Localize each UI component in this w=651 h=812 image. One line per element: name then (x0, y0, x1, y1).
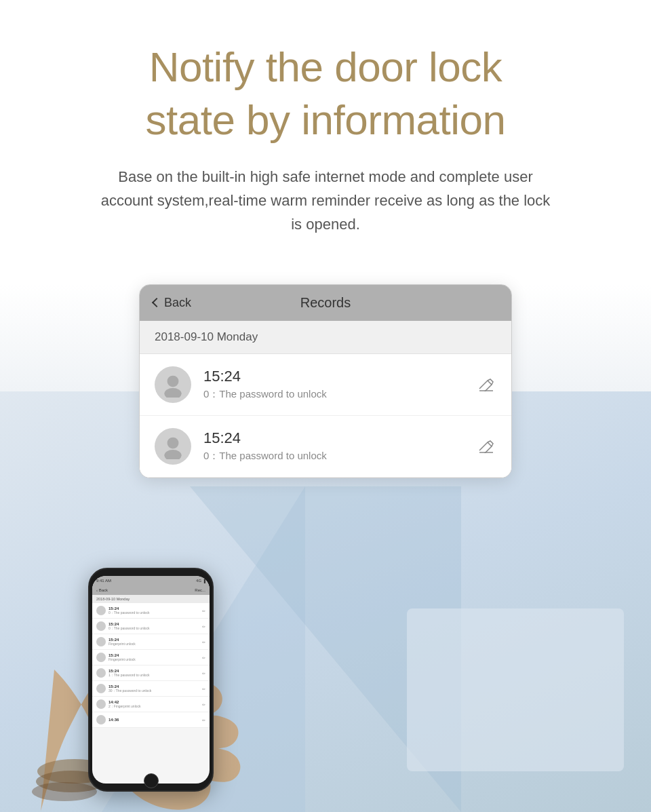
phone-avatar-1 (96, 606, 106, 615)
svg-point-0 (167, 375, 179, 387)
phone-record-info-8: 14:36 (108, 718, 202, 722)
edit-icon-2[interactable] (477, 437, 496, 456)
phone-record-info-2: 15:24 0：The password to unlock (108, 622, 202, 630)
avatar-icon-2 (160, 433, 186, 459)
edit-icon-1[interactable] (477, 375, 496, 394)
title-line-2: state by information (145, 96, 505, 143)
phone-back: ‹ Back (96, 588, 108, 592)
phone-avatar-6 (96, 684, 106, 693)
app-card: Back Records 2018-09-10 Monday 15:24 0：T… (139, 284, 512, 478)
phone-edit-6: ✏ (202, 687, 205, 691)
phone-record-desc-2: 0：The password to unlock (108, 626, 202, 630)
phone-edit-4: ✏ (202, 655, 205, 660)
phone-avatar-2 (96, 621, 106, 631)
phone-record-desc-7: 2：Fingerprint unlock (108, 704, 202, 708)
record-item-1: 15:24 0：The password to unlock (140, 354, 511, 416)
phone-record-5: 15:24 1：The password to unlock ✏ (92, 665, 210, 681)
svg-point-4 (164, 449, 181, 459)
phone-record-info-7: 14:42 2：Fingerprint unlock (108, 700, 202, 708)
svg-point-3 (167, 437, 179, 448)
phone-record-desc-1: 0：The password to unlock (108, 611, 202, 615)
record-info-2: 15:24 0：The password to unlock (203, 429, 477, 463)
phone-record-info-3: 15:24 Fingerprint unlock (108, 638, 202, 646)
phone-record-desc-4: Fingerprint unlock (108, 657, 202, 661)
phone-edit-5: ✏ (202, 671, 205, 676)
phone-record-8: 14:36 ✏ (92, 712, 210, 728)
phone-status-icons: 4G ▐ (196, 579, 205, 583)
phone-nav-title: Rec... (195, 588, 205, 592)
phone-edit-1: ✏ (202, 608, 205, 613)
record-desc-1: 0：The password to unlock (203, 388, 477, 401)
main-title: Notify the door lock state by informatio… (81, 41, 570, 146)
record-item-2: 15:24 0：The password to unlock (140, 416, 511, 478)
phone-avatar-4 (96, 653, 106, 662)
phone-status-time: 9:41 AM (96, 579, 111, 583)
phone-record-desc-5: 1：The password to unlock (108, 673, 202, 677)
title-line-1: Notify the door lock (149, 43, 502, 90)
phone-edit-7: ✏ (202, 702, 205, 707)
avatar-icon-1 (160, 372, 186, 398)
phone-nav: ‹ Back Rec... (92, 585, 210, 595)
date-header: 2018-09-10 Monday (140, 321, 511, 354)
phone-avatar-8 (96, 715, 106, 724)
record-info-1: 15:24 0：The password to unlock (203, 368, 477, 401)
svg-point-1 (164, 387, 181, 397)
app-card-wrapper: Back Records 2018-09-10 Monday 15:24 0：T… (0, 284, 651, 478)
phone-record-3: 15:24 Fingerprint unlock ✏ (92, 634, 210, 650)
phone-record-info-6: 15:24 30：The password to unlock (108, 684, 202, 693)
phone-screen: 9:41 AM 4G ▐ ‹ Back Rec... 2018-09-10 Mo… (92, 576, 210, 784)
back-label: Back (164, 296, 191, 310)
nav-title: Records (300, 295, 351, 311)
phone-record-info-5: 15:24 1：The password to unlock (108, 669, 202, 677)
phone-home-button[interactable] (144, 773, 159, 788)
phone-status-bar: 9:41 AM 4G ▐ (92, 576, 210, 585)
top-section: Notify the door lock state by informatio… (0, 0, 651, 257)
phone-date-header: 2018-09-10 Monday (92, 595, 210, 603)
phone-record-7: 14:42 2：Fingerprint unlock ✏ (92, 697, 210, 712)
phone-avatar-5 (96, 668, 106, 678)
chevron-left-icon (152, 297, 161, 307)
phone-avatar-3 (96, 637, 106, 646)
svg-point-8 (32, 782, 97, 801)
record-desc-2: 0：The password to unlock (203, 450, 477, 463)
phone-edit-3: ✏ (202, 640, 205, 644)
phone-record-desc-6: 30：The password to unlock (108, 689, 202, 693)
avatar-1 (155, 366, 191, 403)
avatar-2 (155, 428, 191, 465)
phone-record-info-4: 15:24 Fingerprint unlock (108, 653, 202, 661)
phone-record-1: 15:24 0：The password to unlock ✏ (92, 603, 210, 619)
phone-record-6: 15:24 30：The password to unlock ✏ (92, 681, 210, 697)
phone-edit-2: ✏ (202, 624, 205, 629)
phone-record-desc-3: Fingerprint unlock (108, 642, 202, 646)
phone-record-4: 15:24 Fingerprint unlock ✏ (92, 650, 210, 665)
phone-record-time-8: 14:36 (108, 718, 202, 722)
phone-record-2: 15:24 0：The password to unlock ✏ (92, 619, 210, 634)
nav-bar: Back Records (140, 285, 511, 321)
record-time-2: 15:24 (203, 429, 477, 447)
record-time-1: 15:24 (203, 368, 477, 385)
phone-frame: 9:41 AM 4G ▐ ‹ Back Rec... 2018-09-10 Mo… (88, 568, 214, 792)
phone-edit-8: ✏ (202, 718, 205, 722)
back-button[interactable]: Back (153, 296, 191, 310)
phone-avatar-7 (96, 699, 106, 709)
phone-record-info-1: 15:24 0：The password to unlock (108, 606, 202, 615)
subtitle-text: Base on the built-in high safe internet … (95, 165, 556, 237)
background-panel-right (407, 608, 624, 771)
